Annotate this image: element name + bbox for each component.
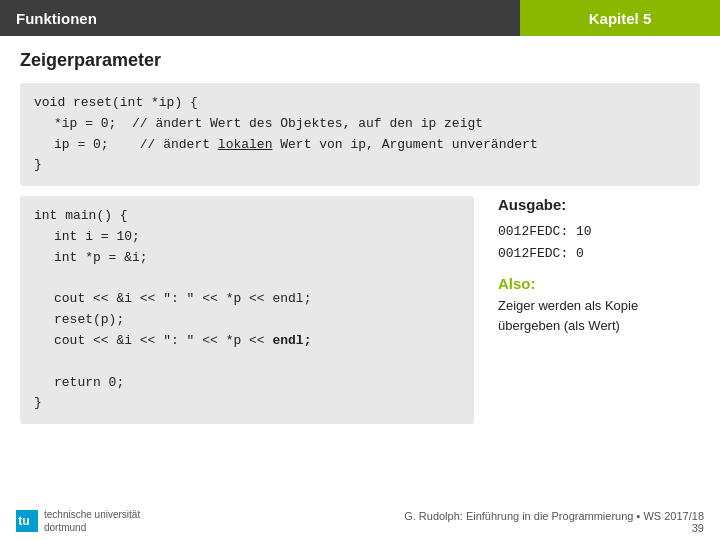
code-line-2: *ip = 0; // ändert Wert des Objektes, au… bbox=[34, 114, 686, 135]
also-title: Also: bbox=[498, 275, 700, 292]
code2-line-1: int main() { bbox=[34, 206, 460, 227]
footer-text: G. Rudolph: Einführung in die Programmie… bbox=[404, 510, 704, 522]
also-text: Zeiger werden als Kopie übergeben (als W… bbox=[498, 296, 700, 335]
footer-tu: tu technische universität dortmund bbox=[16, 508, 140, 534]
code-line-4: } bbox=[34, 155, 686, 176]
ausgabe-title: Ausgabe: bbox=[498, 196, 700, 213]
section-title: Zeigerparameter bbox=[20, 50, 700, 71]
footer: G. Rudolph: Einführung in die Programmie… bbox=[404, 510, 704, 534]
tu-line2: dortmund bbox=[44, 521, 140, 534]
code2-line-6: reset(p); bbox=[34, 310, 460, 331]
code2-line-3: int *p = &i; bbox=[34, 248, 460, 269]
header-title: Funktionen bbox=[16, 10, 97, 27]
ausgabe-line1: 0012FEDC: 10 bbox=[498, 221, 700, 243]
code2-line-8 bbox=[34, 352, 460, 373]
svg-text:tu: tu bbox=[18, 514, 29, 528]
header-chapter: Kapitel 5 bbox=[589, 10, 652, 27]
header-right: Kapitel 5 bbox=[520, 0, 720, 36]
code2-line-4 bbox=[34, 269, 460, 290]
code-block-1: void reset(int *ip) { *ip = 0; // ändert… bbox=[20, 83, 700, 186]
tu-text: technische universität dortmund bbox=[44, 508, 140, 534]
code-line-3: ip = 0; // ändert lokalen Wert von ip, A… bbox=[34, 135, 686, 156]
code2-line-5: cout << &i << ": " << *p << endl; bbox=[34, 289, 460, 310]
main-content: Zeigerparameter void reset(int *ip) { *i… bbox=[0, 36, 720, 442]
lower-right: Ausgabe: 0012FEDC: 10 0012FEDC: 0 Also: … bbox=[490, 196, 700, 434]
lower-left: int main() { int i = 10; int *p = &i; co… bbox=[20, 196, 474, 434]
code2-line-7: cout << &i << ": " << *p << endl; bbox=[34, 331, 460, 352]
tu-logo-icon: tu bbox=[16, 510, 38, 532]
code2-line-2: int i = 10; bbox=[34, 227, 460, 248]
code-line-1: void reset(int *ip) { bbox=[34, 93, 686, 114]
code2-line-9: return 0; bbox=[34, 373, 460, 394]
header: Funktionen Kapitel 5 bbox=[0, 0, 720, 36]
code-block-2: int main() { int i = 10; int *p = &i; co… bbox=[20, 196, 474, 424]
header-left: Funktionen bbox=[0, 0, 520, 36]
code2-line-10: } bbox=[34, 393, 460, 414]
ausgabe-output: 0012FEDC: 10 0012FEDC: 0 bbox=[498, 221, 700, 265]
footer-page: 39 bbox=[404, 522, 704, 534]
ausgabe-line2: 0012FEDC: 0 bbox=[498, 243, 700, 265]
tu-line1: technische universität bbox=[44, 508, 140, 521]
lower-section: int main() { int i = 10; int *p = &i; co… bbox=[20, 196, 700, 434]
